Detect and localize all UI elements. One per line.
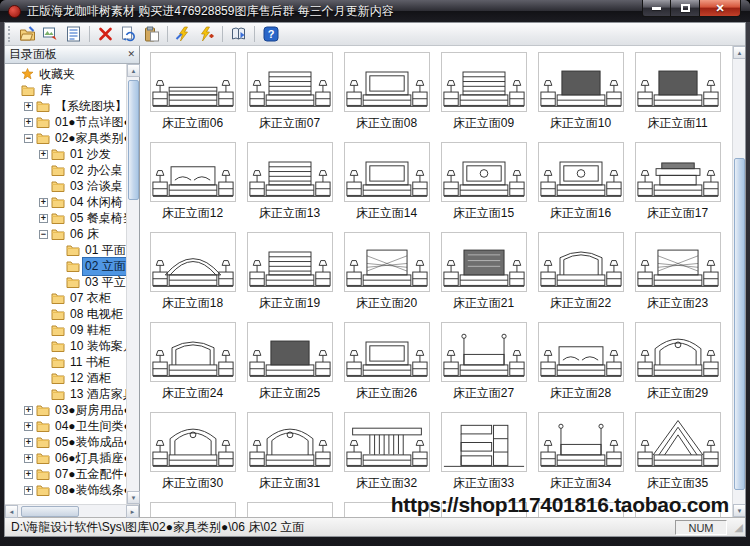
thumbnail-item[interactable]: 床正立面07 [241,52,338,142]
thumbnail-item[interactable]: 床正立面11 [629,52,726,142]
bed-elevation-drawing[interactable] [150,232,236,292]
scroll-down-icon[interactable]: ▼ [127,491,140,504]
tree-item[interactable]: 03 平立面 [5,274,126,290]
expand-icon[interactable]: + [24,454,33,463]
minimize-button[interactable] [642,0,671,17]
scroll-up-icon[interactable]: ▲ [733,46,745,59]
thumbnail-item[interactable]: 床正立面30 [144,412,241,502]
tree-item[interactable]: +01●节点详图● [5,114,126,130]
tree-item[interactable]: +05●装饰成品● [5,434,126,450]
thumbnail-item[interactable]: 床正立面13 [241,142,338,232]
expand-icon[interactable]: + [39,150,48,159]
thumbnail-item[interactable]: 床正立面23 [629,232,726,322]
grid-vertical-scrollbar[interactable]: ▲ ▼ [732,46,745,517]
thumbnail-item-partial[interactable] [241,502,338,517]
bed-elevation-drawing[interactable] [247,142,333,202]
bed-elevation-drawing[interactable] [441,232,527,292]
bed-elevation-drawing[interactable] [538,142,624,202]
thumbnail-item[interactable]: 床正立面34 [532,412,629,502]
tree-horizontal-scrollbar[interactable]: ◄ ► [5,504,139,517]
edit-lightning-icon[interactable] [173,25,194,44]
bed-elevation-drawing[interactable] [344,412,430,472]
open-folder-icon[interactable] [17,25,38,44]
thumbnail-item[interactable]: 床正立面22 [532,232,629,322]
thumbnail-item[interactable]: 床正立面15 [435,142,532,232]
tree-item[interactable]: 收藏夹 [5,66,126,82]
thumbnail-item[interactable]: 床正立面16 [532,142,629,232]
catalog-book-icon[interactable] [228,25,249,44]
tree-item[interactable]: +06●灯具插座● [5,450,126,466]
bed-elevation-drawing[interactable] [635,322,721,382]
thumbnail-item[interactable]: 床正立面28 [532,322,629,412]
insert-lightning-icon[interactable] [196,25,217,44]
thumbnail-item[interactable]: 床正立面14 [338,142,435,232]
thumbnail-item[interactable]: 床正立面19 [241,232,338,322]
toolbar-grip[interactable] [8,26,11,42]
bed-elevation-drawing[interactable] [150,502,236,517]
thumbnail-item[interactable]: 床正立面09 [435,52,532,142]
scroll-left-icon[interactable]: ◄ [5,505,18,518]
scroll-up-icon[interactable]: ▲ [127,64,140,77]
bed-elevation-drawing[interactable] [344,322,430,382]
tree-item[interactable]: 07 衣柜 [5,290,126,306]
bed-elevation-drawing[interactable] [150,52,236,112]
tree-item[interactable]: +03●厨房用品● [5,402,126,418]
collapse-icon[interactable]: − [39,230,48,239]
expand-icon[interactable]: + [24,102,33,111]
bed-elevation-drawing[interactable] [247,322,333,382]
bed-elevation-drawing[interactable] [344,142,430,202]
bed-elevation-drawing[interactable] [441,322,527,382]
help-icon[interactable]: ? [260,25,281,44]
delete-icon[interactable] [95,25,116,44]
list-view-icon[interactable] [63,25,84,44]
grid-scroll-thumb[interactable] [734,158,745,490]
expand-icon[interactable]: + [24,486,33,495]
thumbnail-item[interactable]: 床正立面26 [338,322,435,412]
expand-icon[interactable]: + [24,470,33,479]
bed-elevation-drawing[interactable] [344,52,430,112]
thumbnail-item[interactable]: 床正立面06 [144,52,241,142]
bed-elevation-drawing[interactable] [150,142,236,202]
thumbnail-item[interactable]: 床正立面24 [144,322,241,412]
thumbnail-item[interactable]: 床正立面20 [338,232,435,322]
tree-item[interactable]: 10 装饰案几 [5,338,126,354]
tree-scroll-thumb[interactable] [128,80,139,200]
thumbnail-item[interactable]: 床正立面12 [144,142,241,232]
tree-item[interactable]: +04●卫生间类● [5,418,126,434]
expand-icon[interactable]: + [24,118,33,127]
thumbnail-item[interactable]: 床正立面18 [144,232,241,322]
thumbnail-item[interactable]: 床正立面32 [338,412,435,502]
thumbnail-item[interactable]: 床正立面33 [435,412,532,502]
expand-icon[interactable]: + [24,438,33,447]
tree-item[interactable]: 02 立面 [5,258,126,274]
bed-elevation-drawing[interactable] [150,322,236,382]
bed-elevation-drawing[interactable] [247,502,333,517]
thumbnail-item[interactable]: 床正立面10 [532,52,629,142]
tree-item[interactable]: +08●装饰线条● [5,482,126,498]
tree-item[interactable]: 13 酒店家具 [5,386,126,402]
panel-close-icon[interactable]: ✕ [127,50,135,59]
tree-vertical-scrollbar[interactable]: ▲ ▼ [126,64,139,504]
bed-elevation-drawing[interactable] [441,142,527,202]
paste-icon[interactable] [141,25,162,44]
tree-item[interactable]: +01 沙发 [5,146,126,162]
tree-item[interactable]: +05 餐桌椅凳 [5,210,126,226]
tree-item[interactable]: 12 酒柜 [5,370,126,386]
tree-item[interactable]: +【系统图块】 [5,98,126,114]
tree-item[interactable]: 08 电视柜 [5,306,126,322]
bed-elevation-drawing[interactable] [538,412,624,472]
bed-elevation-drawing[interactable] [247,52,333,112]
bed-elevation-drawing[interactable] [538,322,624,382]
bed-elevation-drawing[interactable] [635,412,721,472]
expand-icon[interactable]: + [24,422,33,431]
bed-elevation-drawing[interactable] [344,232,430,292]
tree-item[interactable]: −02●家具类别● [5,130,126,146]
thumbnail-item[interactable]: 床正立面25 [241,322,338,412]
thumbnail-item[interactable]: 床正立面29 [629,322,726,412]
expand-icon[interactable]: + [39,214,48,223]
tree-item[interactable]: 03 洽谈桌 [5,178,126,194]
thumbnail-item[interactable]: 床正立面08 [338,52,435,142]
resize-grip-icon[interactable]: ◢ [730,522,743,533]
thumbnail-item[interactable]: 床正立面31 [241,412,338,502]
tree-item[interactable]: +07●五金配件● [5,466,126,482]
